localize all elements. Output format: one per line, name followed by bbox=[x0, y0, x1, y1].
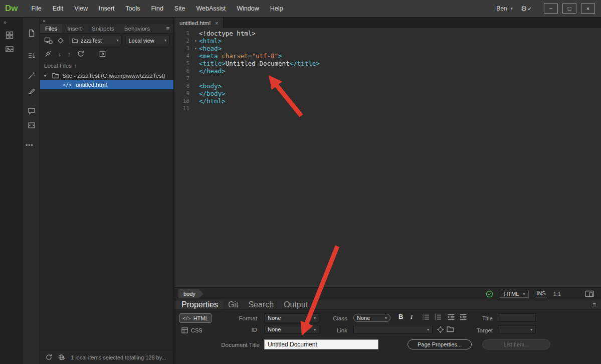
menu-help[interactable]: Help bbox=[265, 0, 289, 17]
browse-file-button[interactable] bbox=[447, 326, 454, 332]
token-tag: </body> bbox=[199, 90, 226, 97]
code-line-2[interactable]: 2▾<html> bbox=[174, 37, 601, 45]
format-brush-button[interactable] bbox=[26, 85, 37, 96]
ordered-list-button[interactable] bbox=[434, 314, 442, 320]
document-title-input[interactable] bbox=[264, 339, 378, 349]
assets-button[interactable] bbox=[4, 44, 15, 55]
preview-button[interactable] bbox=[585, 290, 594, 298]
properties-tab-git[interactable]: Git bbox=[223, 300, 243, 309]
code-line-4[interactable]: 4<meta charset="utf-8"> bbox=[174, 52, 601, 60]
put-files-button[interactable]: ↑ bbox=[68, 50, 71, 58]
menu-site[interactable]: Site bbox=[169, 0, 191, 17]
close-button[interactable]: × bbox=[581, 4, 595, 14]
menu-find[interactable]: Find bbox=[146, 0, 169, 17]
chevron-down-icon: ▾ bbox=[385, 316, 387, 320]
outdent-button[interactable] bbox=[447, 314, 455, 320]
code-line-11[interactable]: 11 bbox=[174, 105, 601, 112]
code-line-3[interactable]: 3▾<head> bbox=[174, 45, 601, 52]
refresh-icon bbox=[45, 353, 53, 361]
fold-spacer bbox=[192, 30, 199, 37]
expand-panel-button[interactable]: » bbox=[4, 19, 7, 25]
expand-panel-button[interactable] bbox=[99, 50, 106, 58]
syntax-mode-select[interactable]: HTML ▾ bbox=[500, 290, 529, 298]
insert-mode-indicator[interactable]: INS bbox=[535, 290, 546, 297]
collapse-panel-button[interactable]: « bbox=[40, 18, 173, 24]
sync-settings-button[interactable]: ⚙ ✓ bbox=[521, 5, 532, 13]
menu-window[interactable]: Window bbox=[231, 0, 264, 17]
code-line-7[interactable]: 7 bbox=[174, 75, 601, 82]
code-line-5[interactable]: 5<title>Untitled Document</title> bbox=[174, 60, 601, 67]
italic-button[interactable]: I bbox=[411, 313, 413, 321]
site-select[interactable]: zzzzTest ▾ bbox=[69, 36, 121, 45]
connect-server-button[interactable] bbox=[44, 50, 52, 58]
code-text: </body> bbox=[199, 90, 226, 97]
format-select[interactable]: None ▾ bbox=[264, 313, 319, 322]
fold-arrow-icon[interactable]: ▾ bbox=[192, 37, 199, 45]
code-line-6[interactable]: 6</head> bbox=[174, 67, 601, 75]
panel-menu-icon[interactable]: ≡ bbox=[166, 24, 173, 33]
chevron-down-icon: ▾ bbox=[116, 38, 118, 43]
view-mode-select[interactable]: Local view ▾ bbox=[125, 36, 169, 45]
panel-tab-snippets[interactable]: Snippets bbox=[87, 24, 119, 33]
tab-close-icon[interactable]: × bbox=[215, 20, 218, 26]
lint-ok-icon bbox=[486, 290, 493, 298]
fold-arrow-icon[interactable]: ▾ bbox=[192, 45, 199, 52]
link-select[interactable]: ▾ bbox=[353, 325, 433, 334]
maximize-button[interactable]: □ bbox=[562, 4, 576, 14]
class-value: None bbox=[357, 315, 370, 321]
tree-collapse-icon[interactable]: ▾ bbox=[44, 74, 49, 78]
new-document-button[interactable] bbox=[26, 28, 37, 39]
code-editor[interactable]: 1<!doctype html>2▾<html>3▾<head>4<meta c… bbox=[174, 28, 601, 287]
bold-button[interactable]: B bbox=[398, 313, 403, 320]
user-menu[interactable]: Ben ▾ bbox=[496, 5, 513, 12]
css-mode-button[interactable]: CSS bbox=[181, 326, 211, 334]
get-files-button[interactable]: ↓ bbox=[58, 50, 62, 58]
refresh-status-button[interactable] bbox=[45, 353, 53, 361]
menu-edit[interactable]: Edit bbox=[47, 0, 69, 17]
menu-file[interactable]: File bbox=[26, 0, 47, 17]
unordered-list-button[interactable] bbox=[422, 314, 430, 320]
menu-insert[interactable]: Insert bbox=[93, 0, 120, 17]
code-line-9[interactable]: 9</body> bbox=[174, 90, 601, 97]
page-properties-button[interactable]: Page Properties... bbox=[408, 339, 472, 349]
workspace-button[interactable] bbox=[4, 30, 15, 41]
tag-selector-body[interactable]: body bbox=[178, 289, 204, 298]
refresh-button[interactable] bbox=[77, 50, 85, 58]
globe-log-icon bbox=[58, 353, 66, 361]
log-button[interactable] bbox=[58, 353, 66, 361]
repository-button[interactable] bbox=[57, 37, 65, 45]
selected-file-row[interactable]: </> untitled.html bbox=[40, 80, 173, 89]
server-connect-button[interactable] bbox=[44, 37, 53, 45]
code-line-1[interactable]: 1<!doctype html> bbox=[174, 30, 601, 37]
list-item-button[interactable]: List Item... bbox=[482, 339, 550, 349]
minimize-button[interactable]: − bbox=[544, 4, 558, 14]
menu-view[interactable]: View bbox=[69, 0, 93, 17]
properties-tab-search[interactable]: Search bbox=[243, 300, 279, 309]
dreamweaver-window: Dw FileEditViewInsertToolsFindSiteWebAss… bbox=[0, 0, 601, 364]
title-field[interactable] bbox=[498, 313, 536, 322]
local-files-header[interactable]: Local Files ↑ bbox=[40, 60, 173, 71]
document-tab[interactable]: untitled.html × bbox=[174, 18, 224, 28]
point-to-file-button[interactable] bbox=[437, 326, 444, 333]
extract-button[interactable] bbox=[26, 70, 37, 81]
html-mode-button[interactable]: </> HTML bbox=[179, 313, 212, 323]
more-tools-button[interactable]: ••• bbox=[26, 142, 34, 149]
target-select[interactable]: ▾ bbox=[498, 325, 536, 333]
code-line-8[interactable]: 8<body> bbox=[174, 82, 601, 90]
properties-tab-properties[interactable]: Properties bbox=[176, 300, 223, 309]
panel-tab-behaviors[interactable]: Behaviors bbox=[119, 24, 155, 33]
tree-root-row[interactable]: ▾ Site - zzzzTest (C:\wamp\www\zzzzTest) bbox=[40, 71, 173, 80]
snippets-button[interactable] bbox=[26, 120, 37, 131]
menu-tools[interactable]: Tools bbox=[120, 0, 145, 17]
panel-tab-files[interactable]: Files bbox=[40, 24, 62, 33]
menu-webassist[interactable]: WebAssist bbox=[190, 0, 231, 17]
panel-tab-insert[interactable]: Insert bbox=[62, 24, 87, 33]
code-line-10[interactable]: 10</html> bbox=[174, 97, 601, 105]
class-select[interactable]: None ▾ bbox=[353, 314, 390, 322]
comments-button[interactable] bbox=[26, 105, 37, 116]
link-label: Link bbox=[317, 326, 347, 335]
id-select[interactable]: None ▾ bbox=[264, 325, 319, 334]
properties-tab-output[interactable]: Output bbox=[279, 300, 313, 309]
properties-menu-icon[interactable]: ≡ bbox=[592, 300, 601, 309]
sort-button[interactable] bbox=[26, 50, 37, 61]
